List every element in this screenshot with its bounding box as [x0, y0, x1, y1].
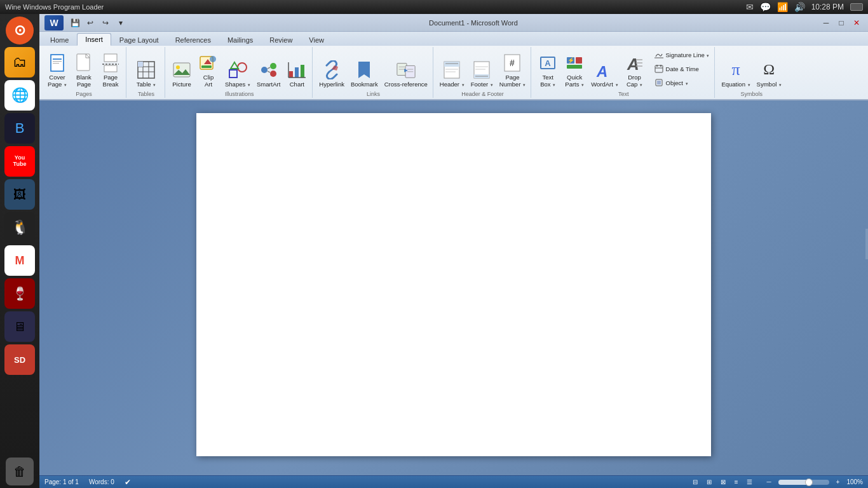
chart-button[interactable]: Chart [284, 58, 309, 89]
cover-page-button[interactable]: CoverPage ▾ [44, 51, 70, 89]
page-number-button[interactable]: # PageNumber ▾ [497, 51, 528, 89]
equation-label: Equation ▾ [721, 81, 750, 88]
tab-review[interactable]: Review [261, 34, 301, 46]
tab-insert[interactable]: Insert [77, 33, 111, 46]
redo-button[interactable]: ↪ [99, 17, 112, 29]
maximize-button[interactable]: □ [835, 17, 848, 29]
tab-references[interactable]: References [167, 34, 219, 46]
view-draft-button[interactable]: ☰ [745, 478, 754, 486]
hyperlink-icon [322, 60, 342, 80]
dock-chrome[interactable]: 🌐 [4, 80, 35, 111]
customize-button[interactable]: ▾ [114, 17, 127, 29]
drop-cap-label: DropCap ▾ [627, 74, 642, 88]
table-icon [136, 60, 156, 80]
svg-rect-64 [655, 65, 663, 72]
cross-reference-button[interactable]: Cross-reference [382, 58, 430, 89]
zoom-in-button[interactable]: + [834, 478, 842, 486]
chart-icon [287, 60, 307, 80]
dock-trash[interactable]: 🗑 [6, 458, 34, 485]
volume-icon: 🔊 [794, 2, 805, 12]
view-outline-button[interactable]: ≡ [733, 478, 740, 486]
header-button[interactable]: Header ▾ [437, 58, 467, 89]
zoom-out-button[interactable]: ─ [764, 478, 773, 486]
view-weblayout-button[interactable]: ⊠ [719, 478, 728, 486]
equation-button[interactable]: π Equation ▾ [719, 58, 752, 89]
object-button[interactable]: Object ▾ [651, 76, 712, 89]
clip-art-button[interactable]: ClipArt [196, 51, 221, 89]
word-app: W 💾 ↩ ↪ ▾ Document1 - Microsoft Word ─ □… [39, 14, 868, 488]
ribbon-group-header-footer: Header ▾ Footer ▾ # PageNumber ▾ [435, 47, 531, 98]
svg-rect-4 [53, 63, 59, 64]
dock-collapse[interactable]: ‹ [865, 229, 868, 259]
dock-sd[interactable]: SD [4, 344, 35, 375]
svg-rect-14 [138, 62, 143, 67]
drop-cap-button[interactable]: A DropCap ▾ [622, 51, 648, 89]
page-info: Page: 1 of 1 [44, 478, 79, 485]
dock-gmail[interactable]: M [4, 245, 35, 276]
dock-wine[interactable]: 🍷 [4, 278, 35, 309]
smartart-button[interactable]: SmartArt [254, 58, 283, 89]
tab-view[interactable]: View [301, 34, 332, 46]
dock: ⊙ 🗂 🌐 B YouTube 🖼 🐧 M 🍷 [0, 14, 39, 488]
symbol-button[interactable]: Ω Symbol ▾ [754, 58, 784, 89]
view-print-button[interactable]: ⊟ [691, 478, 700, 486]
svg-text:⚡: ⚡ [567, 57, 575, 64]
blank-page-button[interactable]: BlankPage [71, 51, 97, 89]
save-button[interactable]: 💾 [69, 17, 81, 29]
header-footer-group-label: Header & Footer [437, 90, 528, 98]
drop-cap-icon: A [625, 53, 645, 73]
dock-files[interactable]: 🗂 [4, 47, 35, 78]
footer-label: Footer ▾ [471, 81, 493, 88]
document-page[interactable] [196, 113, 711, 456]
bookmark-button[interactable]: Bookmark [348, 58, 381, 89]
cross-reference-icon [396, 60, 416, 80]
wifi-icon: 📶 [777, 2, 788, 12]
dock-youtube[interactable]: YouTube [4, 146, 35, 177]
tab-home[interactable]: Home [42, 34, 77, 46]
minimize-button[interactable]: ─ [820, 17, 832, 29]
cover-page-label: CoverPage ▾ [48, 74, 67, 88]
page-break-button[interactable]: PageBreak [98, 51, 123, 89]
svg-rect-2 [53, 58, 62, 60]
footer-button[interactable]: Footer ▾ [468, 58, 496, 89]
text-box-button[interactable]: A TextBox ▾ [535, 51, 560, 89]
dock-ubuntu[interactable]: ⊙ [6, 17, 34, 44]
svg-rect-20 [229, 70, 237, 78]
svg-text:A: A [545, 58, 552, 68]
dock-linux[interactable]: 🐧 [4, 212, 35, 243]
status-bar: Page: 1 of 1 Words: 0 ✔ ⊟ ⊞ ⊠ ≡ ☰ ─ + 10… [39, 475, 868, 488]
dock-image[interactable]: 🖼 [4, 179, 35, 210]
tab-pagelayout[interactable]: Page Layout [111, 34, 167, 46]
picture-button[interactable]: Picture [169, 58, 194, 89]
email-icon: ✉ [746, 2, 754, 12]
titlebar-left: Wine Windows Program Loader [5, 3, 104, 11]
close-button[interactable]: ✕ [850, 17, 863, 29]
footer-icon [471, 60, 492, 80]
picture-label: Picture [172, 81, 191, 88]
titlebar-title: Wine Windows Program Loader [5, 3, 104, 11]
shapes-button[interactable]: Shapes ▾ [222, 58, 253, 89]
wordart-button[interactable]: A WordArt ▾ [588, 58, 620, 89]
symbol-icon: Ω [759, 60, 779, 80]
signature-line-button[interactable]: Signature Line ▾ [651, 48, 712, 61]
ribbon-group-illustrations: Picture ClipArt Shapes ▾ [166, 47, 313, 98]
document-area[interactable] [39, 100, 868, 475]
quick-parts-label: QuickParts ▾ [565, 74, 584, 88]
zoom-slider[interactable] [778, 480, 829, 485]
tab-mailings[interactable]: Mailings [219, 34, 261, 46]
hyperlink-button[interactable]: Hyperlink [316, 58, 347, 89]
cover-page-icon [47, 53, 67, 73]
object-icon [654, 78, 664, 88]
date-time-button[interactable]: Date & Time [651, 62, 712, 75]
quick-parts-button[interactable]: ⚡ QuickParts ▾ [562, 51, 587, 89]
svg-line-26 [268, 67, 270, 69]
dock-beebeep[interactable]: B [4, 113, 35, 144]
undo-button[interactable]: ↩ [84, 17, 97, 29]
dock-monitor[interactable]: 🖥 [4, 311, 35, 342]
svg-rect-29 [295, 67, 299, 78]
links-group-label: Links [316, 90, 430, 98]
table-button[interactable]: Table ▾ [130, 58, 162, 89]
view-fullscreen-button[interactable]: ⊞ [705, 478, 714, 486]
shapes-icon [227, 60, 248, 80]
titlebar: Wine Windows Program Loader ✉ 💬 📶 🔊 10:2… [0, 0, 868, 14]
